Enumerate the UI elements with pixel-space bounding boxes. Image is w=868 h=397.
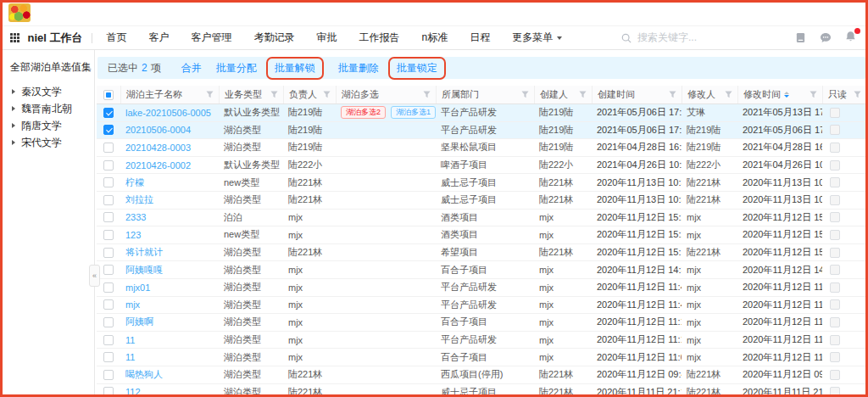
row-checkbox[interactable] bbox=[103, 108, 114, 118]
readonly-checkbox[interactable] bbox=[830, 248, 840, 258]
row-name-link[interactable]: 112 bbox=[125, 387, 141, 396]
row-name-link[interactable]: 柠檬 bbox=[125, 176, 144, 189]
row-checkbox[interactable] bbox=[103, 265, 114, 275]
sidebar-item-4[interactable]: 宋代文学 bbox=[0, 134, 94, 151]
table-row[interactable]: mjx01湖泊类型mjx平台产品研发mjx2020年11月12日 11:46mj… bbox=[97, 279, 866, 297]
row-checkbox[interactable] bbox=[103, 125, 114, 135]
row-checkbox[interactable] bbox=[103, 282, 114, 293]
bell-wrap[interactable] bbox=[845, 31, 856, 46]
table-row[interactable]: 11湖泊类型mjx平台产品研发mjx2020年11月12日 11:11mjx20… bbox=[97, 332, 866, 349]
row-name-link[interactable]: 11 bbox=[125, 335, 135, 345]
readonly-checkbox[interactable] bbox=[830, 212, 840, 222]
row-name-link[interactable]: 123 bbox=[125, 230, 141, 240]
nav-item-4[interactable]: 考勤记录 bbox=[243, 31, 306, 45]
row-checkbox[interactable] bbox=[103, 317, 114, 327]
row-name-link[interactable]: 将计就计 bbox=[125, 246, 163, 259]
readonly-checkbox[interactable] bbox=[830, 352, 840, 362]
row-name-link[interactable]: 20210428-0003 bbox=[125, 143, 191, 153]
readonly-checkbox[interactable] bbox=[830, 370, 840, 380]
table-row[interactable]: 阿姨啊湖泊类型mjx百合子项目mjx2020年11月12日 11:16mjx20… bbox=[97, 314, 866, 332]
toolbar-button-2[interactable]: 批量分配 bbox=[216, 61, 257, 75]
readonly-checkbox[interactable] bbox=[830, 195, 840, 205]
row-name-link[interactable]: 刘拉拉 bbox=[125, 193, 153, 206]
readonly-checkbox[interactable] bbox=[830, 335, 840, 345]
filter-icon[interactable] bbox=[270, 91, 278, 98]
toolbar-button-5[interactable]: 批量锁定 bbox=[388, 57, 446, 80]
row-name-link[interactable]: 20210506-0004 bbox=[125, 125, 191, 135]
table-row[interactable]: 2333泊泊mjx酒类项目mjx2020年11月12日 15:25mjx2020… bbox=[97, 210, 866, 227]
chat-icon[interactable] bbox=[820, 32, 832, 43]
row-checkbox[interactable] bbox=[103, 387, 114, 396]
nav-item-6[interactable]: 工作报告 bbox=[348, 31, 411, 45]
row-checkbox[interactable] bbox=[103, 335, 114, 345]
readonly-checkbox[interactable] bbox=[830, 299, 840, 310]
nav-item-5[interactable]: 审批 bbox=[306, 31, 348, 45]
app-launcher-icon[interactable] bbox=[10, 33, 19, 42]
readonly-checkbox[interactable] bbox=[830, 160, 840, 171]
readonly-checkbox[interactable] bbox=[830, 108, 840, 118]
nav-item-2[interactable]: 客户 bbox=[138, 31, 181, 45]
toolbar-button-4[interactable]: 批量删除 bbox=[338, 61, 379, 75]
readonly-checkbox[interactable] bbox=[830, 387, 840, 396]
row-checkbox[interactable] bbox=[103, 248, 114, 258]
table-row[interactable]: 20210428-0003湖泊类型陆219陆坚果松鼠项目陆219陆2021年04… bbox=[97, 139, 866, 157]
filter-icon[interactable] bbox=[854, 91, 861, 98]
toolbar-button-3[interactable]: 批量解锁 bbox=[266, 57, 324, 80]
readonly-checkbox[interactable] bbox=[830, 282, 840, 293]
table-row[interactable]: 将计就计湖泊类型陆221林希望项目陆221林2020年11月12日 15:15陆… bbox=[97, 244, 866, 262]
filter-icon[interactable] bbox=[423, 91, 431, 98]
readonly-checkbox[interactable] bbox=[830, 177, 840, 187]
row-checkbox[interactable] bbox=[103, 230, 114, 240]
table-row[interactable]: 20210426-0002默认业务类型陆222小啤酒子项目陆222小2021年0… bbox=[97, 157, 866, 175]
filter-icon[interactable] bbox=[323, 91, 331, 98]
row-checkbox[interactable] bbox=[103, 299, 114, 310]
sidebar-item-1[interactable]: 秦汉文学 bbox=[0, 83, 94, 100]
readonly-checkbox[interactable] bbox=[830, 317, 840, 327]
filter-icon[interactable] bbox=[810, 91, 817, 98]
row-name-link[interactable]: 喝热狗人 bbox=[125, 368, 163, 381]
table-row[interactable]: 20210506-0004湖泊类型陆219陆平台产品研发陆219陆2021年05… bbox=[97, 122, 866, 140]
sidebar-item-2[interactable]: 魏晋南北朝 bbox=[0, 100, 94, 117]
sort-icon[interactable] bbox=[784, 92, 789, 98]
row-checkbox[interactable] bbox=[103, 195, 114, 205]
select-all-checkbox[interactable] bbox=[103, 90, 114, 100]
nav-item-7[interactable]: n标准 bbox=[411, 31, 459, 45]
readonly-checkbox[interactable] bbox=[830, 143, 840, 153]
row-checkbox[interactable] bbox=[103, 160, 114, 171]
table-row[interactable]: lake-20210506-0005默认业务类型陆219陆湖泊多选2湖泊多选1平… bbox=[97, 104, 866, 122]
row-checkbox[interactable] bbox=[103, 370, 114, 380]
nav-item-3[interactable]: 客户管理 bbox=[181, 31, 243, 45]
readonly-checkbox[interactable] bbox=[830, 230, 840, 240]
nav-item-8[interactable]: 日程 bbox=[459, 31, 501, 45]
row-name-link[interactable]: lake-20210506-0005 bbox=[125, 108, 211, 118]
filter-icon[interactable] bbox=[579, 91, 587, 98]
table-row[interactable]: 喝热狗人湖泊类型陆221林西瓜项目(停用)陆221林2020年11月12日 09… bbox=[97, 366, 866, 384]
row-name-link[interactable]: 2333 bbox=[125, 212, 146, 222]
table-row[interactable]: 刘拉拉湖泊类型陆221林威士忌子项目陆221林2020年11月13日 10:30… bbox=[97, 192, 866, 210]
table-row[interactable]: 112湖泊类型陆221林威士忌子项目陆221林2020年11月11日 21:19… bbox=[97, 384, 866, 397]
sidebar-collapse-button[interactable]: « bbox=[89, 265, 100, 287]
table-row[interactable]: 柠檬new类型陆221林威士忌子项目陆221林2020年11月13日 10:31… bbox=[97, 174, 866, 192]
sidebar-item-3[interactable]: 隋唐文学 bbox=[0, 117, 94, 134]
table-row[interactable]: 123new类型mjx酒类项目mjx2020年11月12日 15:25mjx20… bbox=[97, 226, 866, 244]
row-checkbox[interactable] bbox=[103, 212, 114, 222]
row-name-link[interactable]: 阿姨啊 bbox=[125, 316, 153, 328]
filter-icon[interactable] bbox=[725, 91, 732, 98]
table-row[interactable]: 阿姨嘎嘎湖泊类型mjx百合子项目mjx2020年11月12日 14:38mjx2… bbox=[97, 261, 866, 279]
readonly-checkbox[interactable] bbox=[830, 125, 840, 135]
row-checkbox[interactable] bbox=[103, 177, 114, 187]
book-icon[interactable] bbox=[795, 32, 806, 43]
readonly-checkbox[interactable] bbox=[830, 265, 840, 275]
row-name-link[interactable]: 阿姨嘎嘎 bbox=[125, 264, 163, 277]
row-name-link[interactable]: 11 bbox=[125, 352, 135, 362]
nav-item-1[interactable]: 首页 bbox=[96, 31, 138, 45]
filter-icon[interactable] bbox=[206, 91, 214, 98]
filter-icon[interactable] bbox=[521, 91, 529, 98]
row-name-link[interactable]: 20210426-0002 bbox=[125, 160, 191, 171]
filter-icon[interactable] bbox=[669, 91, 676, 98]
row-checkbox[interactable] bbox=[103, 143, 114, 153]
row-name-link[interactable]: mjx bbox=[125, 299, 140, 310]
row-name-link[interactable]: mjx01 bbox=[125, 282, 150, 293]
table-row[interactable]: mjx湖泊类型mjx平台产品研发mjx2020年11月12日 11:44mjx2… bbox=[97, 297, 866, 315]
row-checkbox[interactable] bbox=[103, 352, 114, 362]
